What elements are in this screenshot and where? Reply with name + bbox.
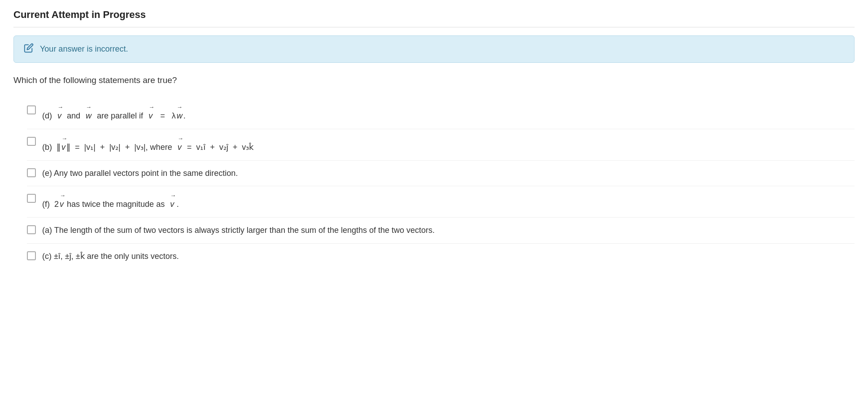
checkbox-a[interactable] <box>27 225 36 234</box>
option-text-f: (f) 2 → v has twice the magnitude as → v… <box>42 192 179 211</box>
option-text-d: (d) → v and → w are parallel if → v = λ <box>42 104 186 122</box>
checkbox-c[interactable] <box>27 251 36 260</box>
option-text-b: (b) ‖ → v ‖ = |v₁| + |v₂| + |v₃|, where … <box>42 136 253 154</box>
page-container: Current Attempt in Progress Your answer … <box>0 0 868 287</box>
option-text-e: (e) Any two parallel vectors point in th… <box>42 167 238 180</box>
option-text-a: (a) The length of the sum of two vectors… <box>42 224 435 237</box>
option-item-d: (d) → v and → w are parallel if → v = λ <box>27 98 855 129</box>
option-text-c: (c) ±î, ±ĵ, ±k̂ are the only units vecto… <box>42 250 179 263</box>
checkbox-b[interactable] <box>27 137 36 146</box>
checkbox-e[interactable] <box>27 168 36 177</box>
option-item-e: (e) Any two parallel vectors point in th… <box>27 161 855 187</box>
page-title: Current Attempt in Progress <box>13 9 855 27</box>
options-list: (d) → v and → w are parallel if → v = λ <box>13 98 855 269</box>
option-item-b: (b) ‖ → v ‖ = |v₁| + |v₂| + |v₃|, where … <box>27 129 855 161</box>
pencil-icon <box>24 43 34 55</box>
checkbox-f[interactable] <box>27 194 36 203</box>
option-item-f: (f) 2 → v has twice the magnitude as → v… <box>27 186 855 218</box>
option-item-c: (c) ±î, ±ĵ, ±k̂ are the only units vecto… <box>27 244 855 269</box>
alert-text: Your answer is incorrect. <box>40 44 128 54</box>
checkbox-d[interactable] <box>27 105 36 114</box>
question-prompt: Which of the following statements are tr… <box>13 75 855 85</box>
option-item-a: (a) The length of the sum of two vectors… <box>27 218 855 244</box>
alert-box: Your answer is incorrect. <box>13 35 855 63</box>
